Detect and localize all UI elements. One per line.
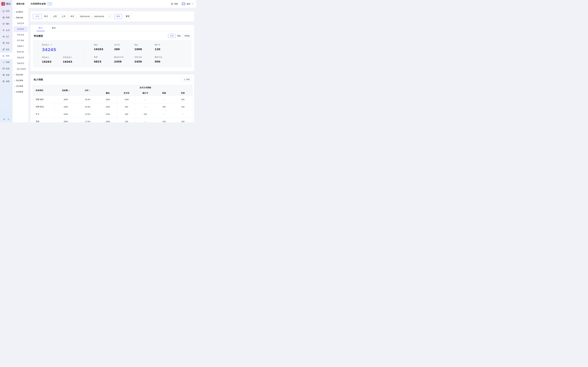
brand-name: 茂日: [6, 2, 11, 5]
cell-meituan: 200: [155, 118, 173, 123]
sort-desc-icon[interactable]: [69, 91, 69, 91]
export-button[interactable]: 导出: [182, 77, 192, 82]
stat-wechat: 微信16263: [94, 44, 114, 51]
cell-total: 3500: [55, 96, 77, 103]
submenu-collapse-handle[interactable]: ‹: [28, 54, 30, 61]
submenu-group-staff-reports[interactable]: 员工报表: [13, 83, 28, 89]
submenu-item-bank-statement[interactable]: 银行对账单: [13, 66, 28, 72]
sms-icon: [2, 67, 5, 70]
col-header-total[interactable]: 总金额: [55, 85, 77, 96]
cell-wechat: 2000: [98, 96, 117, 103]
submenu-group-business-analysis[interactable]: 营业分析: [13, 72, 28, 78]
segment-all[interactable]: 全部: [168, 34, 175, 38]
user-menu-caret-icon[interactable]: [192, 4, 193, 4]
submenu-item-discount-stats[interactable]: 优惠统计: [13, 43, 28, 49]
detail-title: 收入明细: [34, 78, 43, 81]
nav-item-sms[interactable]: 短信: [0, 65, 13, 72]
help-circle-icon[interactable]: ?: [50, 44, 52, 46]
sort-desc-icon[interactable]: [89, 91, 91, 91]
col-header-pay-group: 支付方式明细: [98, 85, 192, 90]
submenu-group-front-desk-reports[interactable]: 前台报表: [13, 78, 28, 83]
cell-alipay: 180: [117, 118, 136, 123]
nav-item-inventory[interactable]: 库存: [0, 40, 13, 46]
stat-label: 微信支付宝: [114, 56, 134, 58]
primary-nav: 首页 收银 预约 会员 员工 库存: [0, 8, 13, 116]
nav-item-reports[interactable]: 报表: [0, 53, 13, 59]
nav-item-members[interactable]: 会员: [0, 27, 13, 33]
brand-logo-icon: [1, 2, 5, 6]
segment-non-cash[interactable]: 非现金: [182, 34, 192, 38]
submenu-list: 会员跨店 营收分析 经营总览 营业报表 劳动业绩 资产报表 优惠统计 客情分析 …: [13, 8, 28, 95]
sort-control-total[interactable]: [69, 90, 69, 91]
submenu-item-revenue-profit[interactable]: 营收利润: [13, 60, 28, 66]
submenu-item-business-overview[interactable]: 经营总览: [13, 21, 28, 26]
stat-label: 现金: [134, 44, 155, 46]
avatar[interactable]: [182, 2, 186, 6]
brand-logo[interactable]: 茂日: [0, 0, 13, 8]
stat-label: 支付宝: [114, 44, 134, 46]
sort-asc-icon[interactable]: [89, 90, 91, 90]
main-stat-label: 营业收入: [42, 44, 50, 46]
col-header-bank-card: 银行卡: [136, 90, 155, 96]
tab-expense[interactable]: 支出: [52, 25, 56, 31]
stat-label: 赠送卡金: [155, 56, 175, 58]
submenu-item-asset-report[interactable]: 资产报表: [13, 38, 28, 43]
nav-item-home[interactable]: 首页: [0, 8, 13, 14]
total-revenue-value: 34245: [42, 47, 84, 52]
date-end-value: 2025-03-03: [94, 15, 104, 17]
stat-label: 实收卡金: [134, 56, 155, 58]
range-last-week-button[interactable]: 上周: [50, 14, 59, 19]
income-detail-table: 业务类别 总金额 占比 支付方式明细 微信 支付宝: [33, 85, 192, 122]
member-icon: [2, 29, 5, 32]
nav-item-marketing[interactable]: 营销: [0, 59, 13, 65]
nav-label: 收支: [6, 48, 9, 51]
cell-category: 消费-服务: [33, 96, 55, 103]
moon-icon[interactable]: [8, 118, 10, 120]
range-today-button[interactable]: 今日: [33, 14, 42, 19]
submenu-group-member-cross-store[interactable]: 会员跨店: [13, 9, 28, 15]
cell-douyin: 200: [173, 103, 192, 110]
submenu-item-labor-performance[interactable]: 劳动业绩: [13, 32, 28, 38]
messages-button[interactable]: 消息: [171, 3, 178, 5]
cell-ratio: 22.6%: [77, 110, 98, 118]
stat-value: 16263: [42, 60, 63, 63]
nav-item-booking[interactable]: 预约: [0, 21, 13, 27]
submenu-item-business-report[interactable]: 营业报表: [14, 26, 28, 32]
cell-bank: –: [136, 96, 155, 103]
sort-control-ratio[interactable]: [89, 90, 91, 91]
stat-bank-card: 银行卡120: [155, 44, 175, 51]
segment-cash[interactable]: 现金: [175, 34, 183, 38]
submenu-group-member-reports[interactable]: 会员报表: [13, 89, 28, 95]
cell-douyin: 500: [173, 96, 192, 103]
sort-asc-icon[interactable]: [69, 90, 69, 90]
submenu-item-customer-analysis[interactable]: 客情分析: [13, 49, 28, 55]
nav-item-staff[interactable]: 员工: [0, 33, 13, 40]
nav-item-cashier[interactable]: 收银: [0, 14, 13, 21]
stat-value: 2456: [114, 60, 134, 63]
tab-label: 收入: [39, 27, 43, 29]
message-bubble-icon: [171, 3, 173, 5]
tab-income[interactable]: 收入: [39, 25, 43, 31]
report-icon: [2, 55, 5, 57]
range-yesterday-button[interactable]: 昨日: [42, 14, 51, 19]
gear-icon[interactable]: [3, 118, 5, 120]
stat-value: 4823: [94, 60, 114, 63]
range-this-month-button[interactable]: 本月: [68, 14, 77, 19]
submenu-item-revenue-trend[interactable]: 营收趋势: [13, 55, 28, 60]
avatar-person-icon: [182, 2, 186, 6]
submenu-group-label: 会员报表: [16, 91, 23, 93]
date-range-input[interactable]: 2025-03-03 2025-03-03: [78, 14, 112, 19]
nav-item-money-flow[interactable]: 收支: [0, 46, 13, 53]
nav-item-params[interactable]: 参数: [0, 78, 13, 84]
cell-category: 开卡: [33, 110, 55, 118]
submenu-group-revenue-analysis[interactable]: 营收分析: [13, 15, 28, 21]
reset-button[interactable]: 重置: [124, 14, 132, 19]
col-header-ratio[interactable]: 占比: [77, 85, 98, 96]
range-last-month-button[interactable]: 上月: [59, 14, 68, 19]
chevron-down-icon: [14, 74, 15, 75]
svg-text:?: ?: [51, 44, 52, 46]
nav-item-settings[interactable]: 设置: [0, 72, 13, 78]
search-button[interactable]: 查询: [114, 14, 122, 19]
sub-stats-row: 现金收入 16263 非现金收入 16263: [42, 56, 84, 63]
username[interactable]: 晓月: [187, 3, 190, 5]
